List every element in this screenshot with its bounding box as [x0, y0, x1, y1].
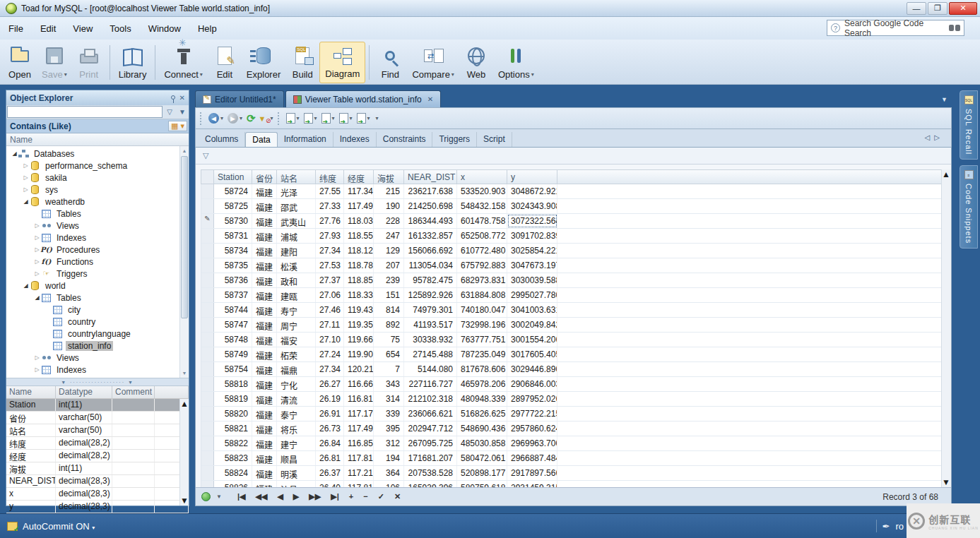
coldef-header-name[interactable]: Name: [6, 386, 56, 398]
binoculars-icon[interactable]: [949, 25, 960, 32]
grid-row[interactable]: 58725福建邵武27.33117.49190214250.698548432.…: [201, 199, 941, 214]
tree-item-functions[interactable]: ▷f()Functions: [6, 256, 179, 268]
grid-cell[interactable]: 364: [374, 466, 404, 480]
explorer-filter-input[interactable]: [7, 106, 163, 118]
grid-cell[interactable]: 214250.698: [404, 199, 457, 213]
grid-row[interactable]: 58744福建寿宁27.46119.4381474979.301740180.0…: [201, 303, 941, 318]
grid-cell[interactable]: 27.33: [316, 199, 344, 213]
grid-cell[interactable]: 福建: [252, 184, 277, 198]
nav-insert-button[interactable]: +: [349, 492, 353, 501]
grid-cell[interactable]: 395: [374, 422, 404, 436]
grid-cell[interactable]: 福建: [252, 333, 277, 347]
grid-row[interactable]: 58748福建福安27.10119.667530338.932763777.75…: [201, 333, 941, 347]
connection-status-icon[interactable]: [201, 492, 211, 501]
grid-cell[interactable]: 74979.301: [404, 303, 457, 317]
tree-expand-icon[interactable]: ▷: [33, 366, 41, 373]
grid-cell[interactable]: 817678.606: [457, 362, 507, 376]
grid-cell[interactable]: 58744: [214, 303, 252, 317]
filter-dropdown-icon[interactable]: ▼: [176, 105, 189, 119]
export-file-button[interactable]: ▾: [321, 113, 336, 124]
grid-cell[interactable]: 27.37: [316, 273, 344, 287]
tab-list-dropdown-icon[interactable]: ▼: [941, 96, 947, 103]
grid-cell[interactable]: 清流: [277, 392, 316, 406]
grid-cell[interactable]: 柘荣: [277, 347, 316, 361]
grid-cell[interactable]: 27.55: [316, 184, 344, 198]
grid-cell[interactable]: 236217.638: [404, 184, 457, 198]
columns-scrollbar[interactable]: ▲ ▼: [179, 399, 189, 506]
coldef-row[interactable]: 海拔int(11): [6, 462, 189, 475]
grid-cell[interactable]: 610772.480: [457, 244, 507, 258]
grid-cell[interactable]: 周宁: [277, 318, 316, 332]
coldef-row[interactable]: NEAR_DISTdecimal(28,3): [6, 475, 189, 488]
menu-window[interactable]: Window: [140, 20, 189, 37]
sidetab-sql-recall[interactable]: SQL SQL Recall: [960, 90, 978, 160]
grid-cell[interactable]: 2957860.624: [507, 422, 557, 436]
grid-cell[interactable]: 2977722.215: [507, 407, 557, 421]
grid-cell[interactable]: 福建: [252, 229, 277, 243]
coldef-header-datatype[interactable]: Datatype: [56, 386, 112, 398]
tree-item-countrylanguage[interactable]: countrylanguage: [6, 328, 179, 340]
chevron-down-icon[interactable]: ▾: [451, 71, 454, 78]
grid-cell[interactable]: 763777.751: [457, 333, 507, 347]
panel-close-icon[interactable]: ✕: [179, 94, 185, 102]
grid-cell[interactable]: 寿宁: [277, 303, 316, 317]
coldef-row[interactable]: 纬度decimal(28,2): [6, 437, 189, 450]
tree-expand-icon[interactable]: ▷: [33, 354, 41, 361]
grid-cell[interactable]: 3091702.839: [507, 229, 557, 243]
tree-item-triggers[interactable]: ▷☞Triggers: [6, 268, 179, 280]
grid-header-col8[interactable]: y: [507, 170, 557, 184]
grid-cell[interactable]: 顺昌: [277, 451, 316, 465]
autocommit-toggle[interactable]: AutoCommit ON ▾: [23, 521, 95, 532]
grid-cell[interactable]: 浦城: [277, 229, 316, 243]
menu-help[interactable]: Help: [189, 20, 225, 37]
grid-row[interactable]: 58724福建光泽27.55117.34215236217.638533520.…: [201, 184, 941, 199]
filter-funnel-icon[interactable]: ▽: [163, 105, 176, 119]
grid-cell[interactable]: 26.73: [316, 422, 344, 436]
grid-cell[interactable]: 26.40: [316, 481, 344, 487]
grid-cell[interactable]: 7: [374, 362, 404, 376]
grid-cell[interactable]: 2931459.315: [507, 481, 557, 487]
grid-cell[interactable]: 58737: [214, 288, 252, 302]
scroll-up-icon[interactable]: ▲: [180, 146, 189, 155]
connect-button[interactable]: Connect▾: [159, 42, 207, 83]
grid-cell[interactable]: 215: [374, 184, 404, 198]
tree-item-sakila[interactable]: ▷sakila: [6, 172, 179, 184]
grid-cell[interactable]: 26.81: [316, 451, 344, 465]
grid-header-col3[interactable]: 纬度: [316, 170, 344, 184]
grid-row[interactable]: 58823福建顺昌26.81117.81194171681.207580472.…: [201, 451, 941, 466]
grid-cell[interactable]: 58826: [214, 481, 252, 487]
grid-cell[interactable]: 27.10: [316, 333, 344, 347]
grid-cell[interactable]: 建瓯: [277, 288, 316, 302]
grid-cell[interactable]: 202947.712: [404, 422, 457, 436]
tree-expand-icon[interactable]: ▷: [22, 174, 30, 181]
grid-cell[interactable]: 228: [374, 214, 404, 228]
grid-cell[interactable]: 118.12: [344, 244, 374, 258]
grid-cell[interactable]: 光泽: [277, 184, 316, 198]
coldef-row[interactable]: 经度decimal(28,2): [6, 450, 189, 462]
grid-cell[interactable]: 312: [374, 436, 404, 450]
doc-tab-editor[interactable]: Editor Untitled1*: [195, 90, 284, 107]
grid-header-col4[interactable]: 经度: [344, 170, 374, 184]
subtab-next-icon[interactable]: ▷: [934, 133, 944, 141]
tree-expand-icon[interactable]: ▷: [33, 222, 41, 229]
grid-cell[interactable]: 227116.727: [404, 377, 457, 391]
grid-cell[interactable]: 58823: [214, 451, 252, 465]
grid-cell[interactable]: 119.43: [344, 303, 374, 317]
export-report-button[interactable]: ▾: [357, 113, 372, 124]
grid-cell[interactable]: 151: [374, 288, 404, 302]
grid-cell[interactable]: 27145.488: [404, 347, 457, 361]
grid-cell[interactable]: 580759.618: [457, 481, 507, 487]
diagram-button[interactable]: Diagram: [319, 42, 365, 83]
tree-item-indexes[interactable]: ▷Indexes: [6, 232, 179, 244]
grid-cell[interactable]: 福建: [252, 481, 277, 487]
chevron-down-icon[interactable]: ▾: [531, 71, 534, 78]
grid-cell[interactable]: 3048672.921: [507, 184, 557, 198]
open-button[interactable]: Open: [3, 42, 37, 83]
nav-next-page-button[interactable]: ▶▶: [309, 492, 321, 501]
tree-expand-icon[interactable]: ◢: [11, 150, 18, 157]
toolbar-grip[interactable]: [200, 112, 203, 125]
subtab-script[interactable]: Script: [477, 132, 512, 147]
coldef-row[interactable]: ydecimal(28,3): [6, 501, 189, 513]
grid-row[interactable]: 58731福建浦城27.93118.55247161332.857652508.…: [201, 229, 941, 244]
tree-item-tables[interactable]: ◢Tables: [6, 292, 179, 304]
